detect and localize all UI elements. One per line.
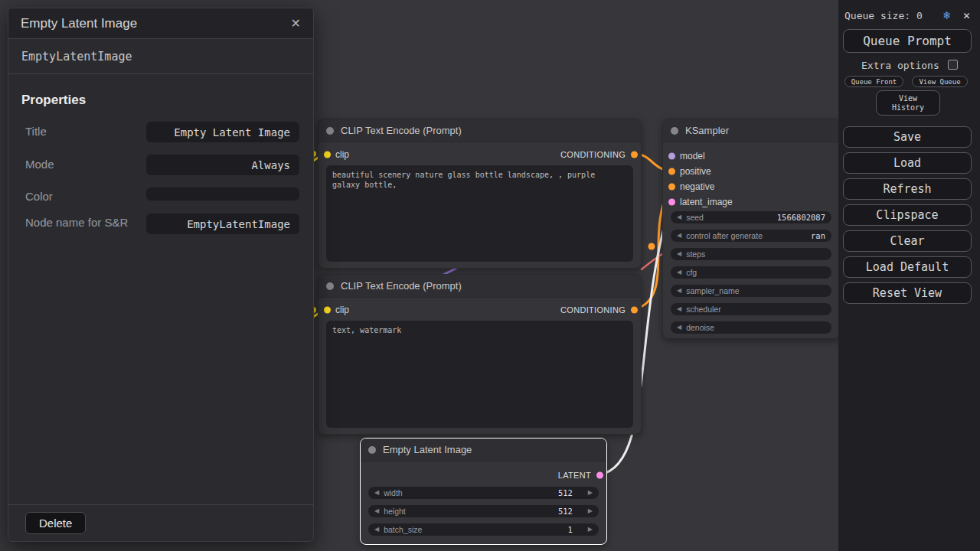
close-icon[interactable]: ✕ [291, 16, 301, 31]
widget-label: width [384, 488, 403, 497]
decrement-arrow-icon[interactable] [677, 269, 681, 276]
view-history-line2: History [892, 103, 924, 112]
clip-input-port[interactable] [324, 152, 331, 158]
positive-input-port[interactable] [668, 168, 675, 175]
clip-input-label: clip [335, 305, 349, 315]
height-widget[interactable]: height 512 [368, 505, 599, 517]
conditioning-output-port[interactable] [631, 152, 638, 158]
dialog-title: Empty Latent Image [21, 16, 137, 31]
batch-size-widget[interactable]: batch_size 1 [368, 523, 599, 536]
decrement-arrow-icon[interactable] [677, 306, 681, 312]
node-name-field-input[interactable]: EmptyLatentImage [146, 214, 299, 234]
comfyui-app: CLIP Text Encode (Prompt) clip CONDITION… [0, 0, 980, 551]
node-ksampler[interactable]: KSampler model positive negative latent_… [662, 119, 840, 339]
view-history-line1: View [899, 94, 917, 103]
widget-label: control after generate [686, 231, 763, 240]
model-input-port[interactable] [668, 153, 675, 160]
slot-row: negative [663, 179, 839, 194]
latent-image-input-port[interactable] [668, 199, 675, 206]
scheduler-widget[interactable]: scheduler [671, 303, 831, 315]
negative-input-label: negative [680, 181, 714, 192]
extra-options-label: Extra options [861, 60, 939, 71]
model-input-label: model [680, 151, 705, 161]
latent-output-label: LATENT [558, 471, 591, 480]
node-properties-dialog: Empty Latent Image ✕ EmptyLatentImage Pr… [8, 8, 314, 542]
decrement-arrow-icon[interactable] [677, 233, 681, 239]
view-queue-button[interactable]: View Queue [912, 76, 968, 87]
node-header[interactable]: CLIP Text Encode (Prompt) [318, 275, 641, 298]
slot-row: clip CONDITIONING [318, 302, 641, 318]
latent-output-port[interactable] [596, 472, 603, 479]
cfg-widget[interactable]: cfg [671, 266, 831, 279]
clip-input-port[interactable] [324, 307, 331, 314]
sampler-name-widget[interactable]: sampler_name [671, 285, 831, 297]
conditioning-output-port[interactable] [631, 307, 638, 314]
widget-value: 512 [558, 488, 573, 497]
node-header[interactable]: CLIP Text Encode (Prompt) [318, 119, 641, 142]
node-title: CLIP Text Encode (Prompt) [341, 125, 462, 136]
refresh-button[interactable]: Refresh [843, 178, 972, 200]
node-type-name: EmptyLatentImage [8, 39, 313, 74]
conditioning-output-label: CONDITIONING [560, 150, 626, 159]
increment-arrow-icon[interactable] [588, 527, 593, 533]
decrement-arrow-icon[interactable] [374, 490, 379, 496]
view-history-button[interactable]: View History [876, 90, 940, 116]
widget-label: seed [686, 213, 704, 222]
widget-label: cfg [686, 268, 697, 277]
collapse-dot-icon[interactable] [368, 446, 376, 454]
node-header[interactable]: KSampler [663, 119, 839, 142]
decrement-arrow-icon[interactable] [374, 527, 379, 533]
clear-button[interactable]: Clear [843, 230, 972, 252]
collapse-dot-icon[interactable] [326, 282, 334, 290]
prompt-textarea[interactable]: text, watermark [326, 321, 633, 428]
extra-options-checkbox[interactable] [948, 60, 958, 70]
node-clip-text-encode-1[interactable]: CLIP Text Encode (Prompt) clip CONDITION… [318, 119, 642, 269]
decrement-arrow-icon[interactable] [677, 251, 681, 257]
node-title: Empty Latent Image [383, 444, 472, 455]
settings-snowflake-icon[interactable] [943, 8, 950, 22]
collapse-dot-icon[interactable] [671, 127, 678, 135]
slot-row: latent_image [663, 194, 839, 210]
queue-size-label: Queue size: 0 [844, 10, 923, 21]
save-button[interactable]: Save [843, 126, 972, 148]
widget-label: batch_size [384, 525, 422, 534]
node-empty-latent-image[interactable]: Empty Latent Image LATENT width 512 heig… [360, 438, 607, 545]
node-header[interactable]: Empty Latent Image [361, 439, 606, 461]
color-field-input[interactable] [146, 187, 299, 201]
decrement-arrow-icon[interactable] [677, 288, 681, 294]
delete-button[interactable]: Delete [25, 512, 86, 534]
reset-view-button[interactable]: Reset View [843, 282, 972, 304]
queue-front-button[interactable]: Queue Front [844, 76, 903, 87]
title-field-label: Title [25, 124, 47, 139]
decrement-arrow-icon[interactable] [374, 508, 379, 514]
negative-input-port[interactable] [668, 184, 675, 191]
properties-heading: Properties [21, 93, 86, 108]
mode-field-input[interactable]: Always [146, 155, 299, 175]
prompt-textarea[interactable]: beautiful scenery nature glass bottle la… [326, 165, 633, 262]
decrement-arrow-icon[interactable] [677, 324, 681, 331]
queue-prompt-button[interactable]: Queue Prompt [843, 29, 972, 53]
slot-row: model [663, 148, 839, 164]
clipspace-button[interactable]: Clipspace [843, 204, 972, 226]
control-after-generate-widget[interactable]: control after generate ran [671, 230, 831, 242]
width-widget[interactable]: width 512 [368, 487, 599, 499]
load-default-button[interactable]: Load Default [843, 256, 972, 278]
widget-value: ran [811, 231, 825, 240]
title-field-input[interactable]: Empty Latent Image [146, 122, 299, 142]
slot-row: positive [663, 164, 839, 179]
widget-value: 512 [558, 507, 573, 516]
load-button[interactable]: Load [843, 152, 972, 174]
increment-arrow-icon[interactable] [588, 490, 593, 496]
clip-input-label: clip [335, 149, 349, 160]
widget-value: 1566802087 [777, 213, 825, 222]
dialog-footer: Delete [8, 504, 313, 541]
steps-widget[interactable]: steps [671, 248, 831, 260]
seed-widget[interactable]: seed 1566802087 [671, 211, 831, 223]
denoise-widget[interactable]: denoise [671, 321, 831, 334]
close-icon[interactable]: ✕ [963, 8, 970, 22]
collapse-dot-icon[interactable] [326, 127, 334, 135]
increment-arrow-icon[interactable] [588, 508, 593, 514]
node-clip-text-encode-2[interactable]: CLIP Text Encode (Prompt) clip CONDITION… [318, 274, 642, 435]
decrement-arrow-icon[interactable] [677, 214, 681, 220]
slot-row: LATENT [361, 468, 606, 483]
